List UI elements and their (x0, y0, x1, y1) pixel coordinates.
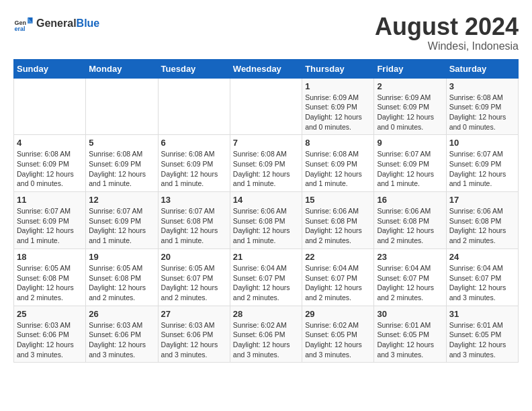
day-number: 7 (233, 138, 299, 148)
logo: Gen eral GeneralBlue (13, 13, 99, 34)
day-info: Sunrise: 6:04 AM Sunset: 6:07 PM Dayligh… (305, 263, 371, 303)
calendar-cell: 29Sunrise: 6:02 AM Sunset: 6:05 PM Dayli… (302, 306, 374, 363)
day-number: 16 (377, 195, 443, 205)
day-info: Sunrise: 6:03 AM Sunset: 6:06 PM Dayligh… (161, 320, 227, 360)
calendar-week-row: 1Sunrise: 6:09 AM Sunset: 6:09 PM Daylig… (14, 78, 519, 135)
calendar-cell (86, 78, 158, 135)
day-number: 15 (305, 195, 371, 205)
day-number: 26 (89, 309, 154, 319)
day-info: Sunrise: 6:08 AM Sunset: 6:09 PM Dayligh… (449, 93, 515, 132)
calendar-cell: 10Sunrise: 6:07 AM Sunset: 6:09 PM Dayli… (446, 135, 518, 192)
calendar-cell: 25Sunrise: 6:03 AM Sunset: 6:06 PM Dayli… (14, 306, 86, 363)
calendar-cell: 3Sunrise: 6:08 AM Sunset: 6:09 PM Daylig… (446, 78, 518, 135)
calendar-cell: 19Sunrise: 6:05 AM Sunset: 6:08 PM Dayli… (86, 248, 158, 306)
day-info: Sunrise: 6:06 AM Sunset: 6:08 PM Dayligh… (305, 206, 371, 246)
calendar-cell: 20Sunrise: 6:05 AM Sunset: 6:07 PM Dayli… (158, 248, 230, 306)
page-subtitle: Windesi, Indonesia (375, 40, 519, 52)
calendar-cell: 5Sunrise: 6:08 AM Sunset: 6:09 PM Daylig… (86, 135, 158, 192)
day-info: Sunrise: 6:03 AM Sunset: 6:06 PM Dayligh… (89, 320, 154, 360)
day-info: Sunrise: 6:08 AM Sunset: 6:09 PM Dayligh… (233, 149, 299, 189)
calendar-cell (158, 78, 230, 135)
calendar-cell: 31Sunrise: 6:01 AM Sunset: 6:05 PM Dayli… (446, 306, 518, 363)
calendar-table: SundayMondayTuesdayWednesdayThursdayFrid… (13, 59, 519, 363)
calendar-cell: 7Sunrise: 6:08 AM Sunset: 6:09 PM Daylig… (230, 135, 302, 192)
day-info: Sunrise: 6:08 AM Sunset: 6:09 PM Dayligh… (89, 149, 154, 189)
day-info: Sunrise: 6:01 AM Sunset: 6:05 PM Dayligh… (449, 320, 515, 360)
day-info: Sunrise: 6:07 AM Sunset: 6:09 PM Dayligh… (449, 149, 515, 189)
calendar-cell: 13Sunrise: 6:07 AM Sunset: 6:08 PM Dayli… (158, 192, 230, 249)
calendar-cell: 26Sunrise: 6:03 AM Sunset: 6:06 PM Dayli… (86, 306, 158, 363)
day-info: Sunrise: 6:09 AM Sunset: 6:09 PM Dayligh… (305, 93, 371, 132)
day-number: 20 (161, 252, 227, 262)
calendar-cell: 30Sunrise: 6:01 AM Sunset: 6:05 PM Dayli… (374, 306, 446, 363)
day-number: 25 (17, 309, 83, 319)
calendar-cell: 24Sunrise: 6:04 AM Sunset: 6:07 PM Dayli… (446, 248, 518, 306)
day-number: 27 (161, 309, 227, 319)
column-header-tuesday: Tuesday (158, 59, 230, 78)
day-number: 29 (305, 309, 371, 319)
day-number: 11 (17, 195, 83, 205)
calendar-cell: 23Sunrise: 6:04 AM Sunset: 6:07 PM Dayli… (374, 248, 446, 306)
day-info: Sunrise: 6:07 AM Sunset: 6:09 PM Dayligh… (377, 149, 443, 189)
page-header: Gen eral GeneralBlue August 2024 Windesi… (13, 13, 519, 52)
calendar-cell: 28Sunrise: 6:02 AM Sunset: 6:06 PM Dayli… (230, 306, 302, 363)
calendar-cell (230, 78, 302, 135)
calendar-cell: 6Sunrise: 6:08 AM Sunset: 6:09 PM Daylig… (158, 135, 230, 192)
column-header-monday: Monday (86, 59, 158, 78)
calendar-cell: 21Sunrise: 6:04 AM Sunset: 6:07 PM Dayli… (230, 248, 302, 306)
day-info: Sunrise: 6:06 AM Sunset: 6:08 PM Dayligh… (233, 206, 299, 246)
day-info: Sunrise: 6:08 AM Sunset: 6:09 PM Dayligh… (17, 149, 83, 189)
calendar-cell: 16Sunrise: 6:06 AM Sunset: 6:08 PM Dayli… (374, 192, 446, 249)
day-info: Sunrise: 6:03 AM Sunset: 6:06 PM Dayligh… (17, 320, 83, 360)
day-number: 8 (305, 138, 371, 148)
calendar-cell: 27Sunrise: 6:03 AM Sunset: 6:06 PM Dayli… (158, 306, 230, 363)
day-info: Sunrise: 6:06 AM Sunset: 6:08 PM Dayligh… (377, 206, 443, 246)
day-info: Sunrise: 6:08 AM Sunset: 6:09 PM Dayligh… (161, 149, 227, 189)
day-number: 2 (377, 81, 443, 91)
day-info: Sunrise: 6:07 AM Sunset: 6:09 PM Dayligh… (17, 206, 83, 246)
column-header-sunday: Sunday (14, 59, 86, 78)
calendar-cell: 14Sunrise: 6:06 AM Sunset: 6:08 PM Dayli… (230, 192, 302, 249)
calendar-cell: 18Sunrise: 6:05 AM Sunset: 6:08 PM Dayli… (14, 248, 86, 306)
day-info: Sunrise: 6:06 AM Sunset: 6:08 PM Dayligh… (449, 206, 515, 246)
day-number: 24 (449, 252, 515, 262)
calendar-cell: 1Sunrise: 6:09 AM Sunset: 6:09 PM Daylig… (302, 78, 374, 135)
day-number: 21 (233, 252, 299, 262)
day-number: 6 (161, 138, 227, 148)
logo-blue: Blue (77, 17, 100, 29)
day-number: 30 (377, 309, 443, 319)
day-number: 17 (449, 195, 515, 205)
page-title: August 2024 (375, 13, 519, 40)
column-header-wednesday: Wednesday (230, 59, 302, 78)
calendar-cell: 9Sunrise: 6:07 AM Sunset: 6:09 PM Daylig… (374, 135, 446, 192)
calendar-cell: 12Sunrise: 6:07 AM Sunset: 6:09 PM Dayli… (86, 192, 158, 249)
calendar-cell: 11Sunrise: 6:07 AM Sunset: 6:09 PM Dayli… (14, 192, 86, 249)
day-info: Sunrise: 6:05 AM Sunset: 6:08 PM Dayligh… (89, 263, 154, 303)
day-number: 3 (449, 81, 515, 91)
day-number: 14 (233, 195, 299, 205)
calendar-cell: 8Sunrise: 6:08 AM Sunset: 6:09 PM Daylig… (302, 135, 374, 192)
day-info: Sunrise: 6:02 AM Sunset: 6:05 PM Dayligh… (305, 320, 371, 360)
calendar-cell: 15Sunrise: 6:06 AM Sunset: 6:08 PM Dayli… (302, 192, 374, 249)
calendar-cell: 2Sunrise: 6:09 AM Sunset: 6:09 PM Daylig… (374, 78, 446, 135)
calendar-cell: 4Sunrise: 6:08 AM Sunset: 6:09 PM Daylig… (14, 135, 86, 192)
day-info: Sunrise: 6:07 AM Sunset: 6:09 PM Dayligh… (89, 206, 154, 246)
calendar-cell: 22Sunrise: 6:04 AM Sunset: 6:07 PM Dayli… (302, 248, 374, 306)
day-info: Sunrise: 6:05 AM Sunset: 6:07 PM Dayligh… (161, 263, 227, 303)
day-info: Sunrise: 6:04 AM Sunset: 6:07 PM Dayligh… (233, 263, 299, 303)
day-info: Sunrise: 6:04 AM Sunset: 6:07 PM Dayligh… (449, 263, 515, 303)
day-number: 13 (161, 195, 227, 205)
day-number: 1 (305, 81, 371, 91)
logo-general: General (36, 17, 77, 29)
calendar-week-row: 18Sunrise: 6:05 AM Sunset: 6:08 PM Dayli… (14, 248, 519, 306)
day-number: 9 (377, 138, 443, 148)
day-number: 10 (449, 138, 515, 148)
column-header-saturday: Saturday (446, 59, 518, 78)
calendar-week-row: 25Sunrise: 6:03 AM Sunset: 6:06 PM Dayli… (14, 306, 519, 363)
column-header-friday: Friday (374, 59, 446, 78)
calendar-cell: 17Sunrise: 6:06 AM Sunset: 6:08 PM Dayli… (446, 192, 518, 249)
title-block: August 2024 Windesi, Indonesia (375, 13, 519, 52)
day-number: 4 (17, 138, 83, 148)
calendar-cell (14, 78, 86, 135)
calendar-header-row: SundayMondayTuesdayWednesdayThursdayFrid… (14, 59, 519, 78)
